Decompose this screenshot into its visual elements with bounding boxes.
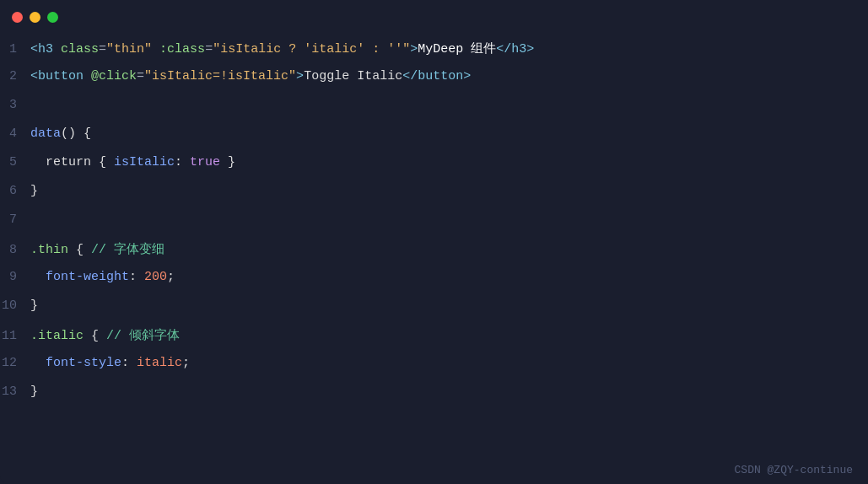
code-token: class <box>61 42 99 56</box>
code-token: h3 <box>38 42 53 56</box>
code-token: : <box>175 155 190 169</box>
line-content: .thin { // 字体变细 <box>30 241 164 257</box>
code-token: font-style <box>46 356 121 370</box>
line-content: } <box>30 385 38 399</box>
code-token: { <box>84 329 106 343</box>
code-token <box>53 42 61 56</box>
code-token: : <box>121 356 137 370</box>
code-token: > <box>463 69 471 83</box>
titlebar <box>0 0 868 34</box>
line-content: .italic { // 倾斜字体 <box>30 327 180 343</box>
footer-text: CSDN @ZQY-continue <box>735 464 853 476</box>
code-token: } <box>30 385 38 399</box>
code-line: 1<h3 class="thin" :class="isItalic ? 'it… <box>0 40 868 69</box>
code-line: 13} <box>0 385 868 413</box>
code-token: 200 <box>144 270 167 284</box>
code-token: h3 <box>511 42 526 56</box>
code-token: italic <box>137 356 182 370</box>
code-token: isItalic <box>114 155 175 169</box>
line-number: 13 <box>0 385 30 399</box>
code-token: < <box>30 69 38 83</box>
line-content: } <box>30 298 38 313</box>
code-token: = <box>205 42 213 56</box>
code-token: button <box>418 69 463 83</box>
line-number: 4 <box>0 126 30 141</box>
code-token: </ <box>402 69 418 83</box>
code-line: 12 font-style: italic; <box>0 356 868 385</box>
line-number: 9 <box>0 270 30 284</box>
code-line: 9 font-weight: 200; <box>0 270 868 298</box>
code-line: 5 return { isItalic: true } <box>0 155 868 184</box>
minimize-button[interactable] <box>30 12 40 23</box>
code-token: } <box>30 298 38 313</box>
line-content: <h3 class="thin" :class="isItalic ? 'ita… <box>30 40 534 56</box>
code-token: () { <box>61 126 91 141</box>
code-token <box>30 270 46 284</box>
code-token: @click <box>91 69 137 83</box>
code-editor-window: 1<h3 class="thin" :class="isItalic ? 'it… <box>0 0 868 484</box>
code-line: 11.italic { // 倾斜字体 <box>0 327 868 356</box>
line-number: 3 <box>0 98 30 112</box>
line-number: 10 <box>0 298 30 313</box>
close-button[interactable] <box>12 12 23 23</box>
code-token: { <box>68 243 91 257</box>
code-token: "isItalic ? 'italic' : ''" <box>213 42 410 56</box>
code-token: : <box>129 270 144 284</box>
line-number: 2 <box>0 69 30 83</box>
code-token: > <box>410 42 418 56</box>
code-token <box>84 69 91 83</box>
code-token: </ <box>496 42 511 56</box>
code-token: font-weight <box>46 270 129 284</box>
line-content: data() { <box>30 126 91 141</box>
code-token: MyDeep 组件 <box>418 42 496 56</box>
footer: CSDN @ZQY-continue <box>0 455 868 484</box>
line-number: 1 <box>0 42 30 56</box>
code-token: return { <box>30 155 114 169</box>
code-token: > <box>526 42 534 56</box>
code-token: } <box>30 184 38 198</box>
code-area: 1<h3 class="thin" :class="isItalic ? 'it… <box>0 34 868 455</box>
line-content: font-style: italic; <box>30 356 190 370</box>
code-line: 7 <box>0 212 868 241</box>
code-token: ; <box>182 356 190 370</box>
line-content: font-weight: 200; <box>30 270 175 284</box>
line-number: 8 <box>0 243 30 257</box>
code-line: 3 <box>0 98 868 126</box>
code-token: .italic <box>30 329 84 343</box>
code-token: .thin <box>30 243 68 257</box>
code-token: "thin" <box>106 42 152 56</box>
code-line: 8.thin { // 字体变细 <box>0 241 868 270</box>
line-number: 6 <box>0 184 30 198</box>
code-token: Toggle Italic <box>304 69 402 83</box>
line-content: <button @click="isItalic=!isItalic">Togg… <box>30 69 471 83</box>
code-token: > <box>296 69 304 83</box>
code-line: 10} <box>0 298 868 327</box>
code-token <box>152 42 159 56</box>
line-number: 7 <box>0 212 30 227</box>
code-line: 2<button @click="isItalic=!isItalic">Tog… <box>0 69 868 98</box>
code-token: button <box>38 69 84 83</box>
code-token: true <box>190 155 220 169</box>
code-token: } <box>220 155 235 169</box>
code-token: // 字体变细 <box>91 243 164 257</box>
line-number: 5 <box>0 155 30 169</box>
code-token: "isItalic=!isItalic" <box>144 69 296 83</box>
code-token: :class <box>159 42 205 56</box>
code-token: < <box>30 42 38 56</box>
code-token: // 倾斜字体 <box>106 329 180 343</box>
line-number: 11 <box>0 329 30 343</box>
code-line: 6} <box>0 184 868 212</box>
maximize-button[interactable] <box>47 12 58 23</box>
code-token: ; <box>167 270 175 284</box>
code-line: 4data() { <box>0 126 868 155</box>
code-token: = <box>99 42 106 56</box>
code-token: = <box>137 69 144 83</box>
code-token: data <box>30 126 61 141</box>
line-number: 12 <box>0 356 30 370</box>
line-content: return { isItalic: true } <box>30 155 235 169</box>
code-token <box>30 356 46 370</box>
line-content: } <box>30 184 38 198</box>
